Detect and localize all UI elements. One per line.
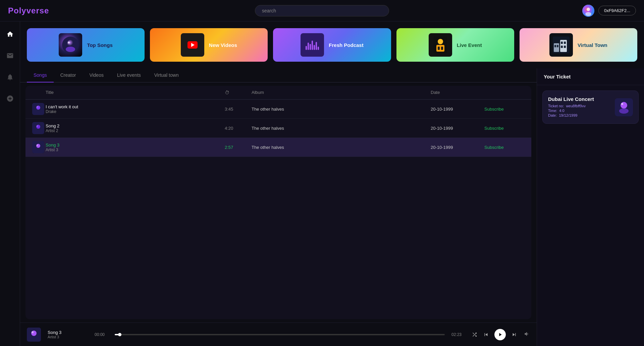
svg-point-28 [36,144,40,148]
svg-rect-18 [564,42,566,44]
fresh-podcast-label: Fresh Podcast [329,42,363,48]
category-card-fresh-podcast[interactable]: Fresh Podcast [273,28,391,62]
ticket-thumbnail [615,98,633,116]
category-card-top-songs[interactable]: Top Songs [27,28,145,62]
player-current-time: 00:00 [95,332,108,337]
bottom-section: Songs Creator Videos Live events Virtual… [20,68,644,346]
song-duration-3: 2:57 [225,145,252,150]
subscribe-btn-3[interactable]: Subscribe [484,145,525,150]
category-card-new-videos[interactable]: New Videos [150,28,268,62]
ticket-number: Ticket no: weu8fbff9vv [548,104,611,108]
col-title: Title [46,90,225,95]
tab-nav: Songs Creator Videos Live events Virtual… [20,68,537,82]
player-info: Song 3 Artist 3 [48,330,88,339]
tab-songs[interactable]: Songs [27,68,54,82]
avatar[interactable] [582,5,594,17]
sidebar-bell-icon[interactable] [4,71,16,83]
logo[interactable]: Polyverse [8,6,49,15]
content-area: Top Songs New Videos [20,21,644,346]
ticket-time: Time: 4:0 [548,109,611,113]
ticket-card[interactable]: Dubai Live Concert Ticket no: weu8fbff9v… [542,91,639,124]
category-card-virtual-town[interactable]: Virtual Town [520,28,637,62]
song-title-1: I can't work it out [46,104,78,109]
svg-point-5 [66,47,75,52]
svg-rect-10 [438,47,440,50]
song-thumb-1 [32,103,44,115]
logo-text-poly: Poly [8,6,26,15]
progress-fill [115,334,120,335]
svg-rect-16 [557,45,558,47]
tab-creator[interactable]: Creator [54,68,83,82]
song-info-2: Song 2 Artist 2 [46,123,225,133]
song-date-3: 20-10-1999 [431,145,484,150]
song-artist-1: Drake [46,109,78,114]
virtual-town-label: Virtual Town [578,42,607,48]
svg-point-8 [438,39,443,44]
progress-bar[interactable] [115,334,445,335]
sidebar-add-icon[interactable] [4,93,16,105]
table-row[interactable]: Song 3 Artist 3 2:57 The other halves 20… [25,138,531,157]
ticket-no-value: weu8fbff9vv [566,104,586,108]
svg-point-31 [31,331,37,336]
svg-point-2 [585,12,591,16]
svg-point-26 [37,125,38,127]
svg-point-23 [37,106,38,108]
svg-point-22 [36,106,40,110]
song-table: Title ⏱ Album Date [25,86,531,319]
shuffle-button[interactable] [472,332,478,338]
svg-rect-17 [561,42,563,44]
progress-dot [118,333,121,336]
song-info-3: Song 3 Artist 3 [46,142,225,152]
table-row[interactable]: Song 2 Artist 2 4:20 The other halves 20… [25,119,531,138]
wallet-button[interactable]: 0xF9A62F2... [598,6,636,15]
header-right: 0xF9A62F2... [582,5,636,17]
play-button[interactable] [494,329,506,340]
svg-point-1 [587,8,590,11]
col-date: Date [431,90,484,95]
logo-text-verse: verse [26,6,49,15]
col-album: Album [252,90,431,95]
live-event-label: Live Event [457,42,482,48]
header: Polyverse 0xF9A62F2... [0,0,644,21]
ticket-no-label: Ticket no: [548,104,564,108]
podcast-bars-icon [306,40,319,50]
player-total-time: 02:23 [451,332,465,337]
tab-live-events[interactable]: Live events [110,68,148,82]
svg-point-29 [37,145,38,146]
search-bar [255,5,389,16]
song-thumb-2 [32,122,44,134]
table-header: Title ⏱ Album Date [25,86,531,100]
ticket-time-value: 4:0 [559,109,564,113]
table-area: Songs Creator Videos Live events Virtual… [20,68,537,346]
table-body: I can't work it out Drake 3:45 The other… [25,100,531,319]
category-card-live-event[interactable]: Live Event [396,28,514,62]
subscribe-btn-1[interactable]: Subscribe [484,107,525,112]
sidebar-mail-icon[interactable] [4,50,16,62]
player-title: Song 3 [48,330,88,335]
volume-button[interactable] [524,331,530,338]
ticket-title: Dubai Live Concert [548,96,611,102]
table-row[interactable]: I can't work it out Drake 3:45 The other… [25,100,531,119]
svg-point-6 [68,42,70,44]
ticket-info: Dubai Live Concert Ticket no: weu8fbff9v… [548,96,611,118]
virtual-town-thumbnail [549,33,573,57]
search-input[interactable] [255,5,389,16]
ticket-time-label: Time: [548,109,557,113]
song-album-1: The other halves [252,107,431,112]
col-action [484,90,525,95]
sidebar-home-icon[interactable] [4,28,16,40]
tab-videos[interactable]: Videos [83,68,110,82]
right-panel-header: Your Ticket [537,68,644,85]
next-button[interactable] [511,332,517,338]
prev-button[interactable] [483,332,489,338]
player-bar: Song 3 Artist 3 00:00 02:23 [20,323,537,346]
subscribe-btn-2[interactable]: Subscribe [484,126,525,131]
player-controls [472,329,517,340]
svg-rect-13 [554,43,559,52]
svg-point-35 [621,103,623,105]
youtube-play-icon [187,41,198,49]
song-duration-1: 3:45 [225,107,252,112]
tab-virtual-town[interactable]: Virtual town [148,68,185,82]
ticket-date: Date: 19/12/1999 [548,113,611,117]
svg-rect-19 [561,46,563,48]
